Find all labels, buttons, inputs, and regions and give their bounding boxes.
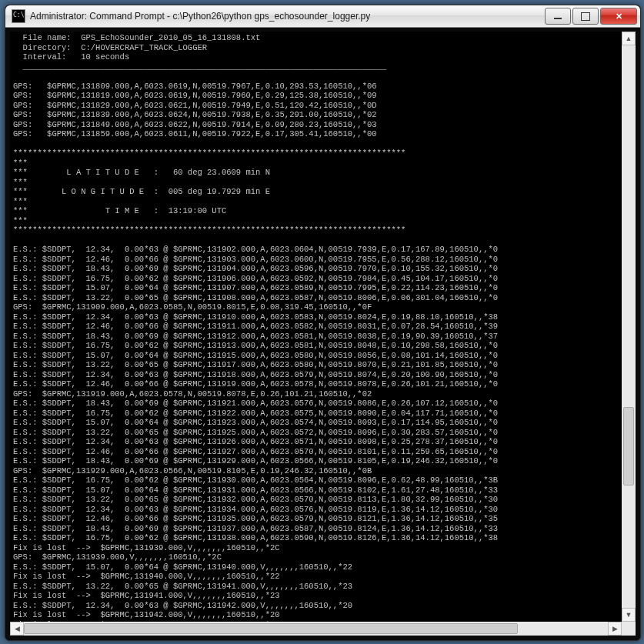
title-bar[interactable]: Administrator: Command Prompt - c:\Pytho… [5,5,640,28]
minimize-button[interactable] [545,8,571,25]
vertical-scroll-track[interactable] [622,45,636,608]
window-title: Administrator: Command Prompt - c:\Pytho… [30,11,543,22]
scrollbar-corner [622,622,636,636]
horizontal-scrollbar[interactable]: ◀ ▶ [10,622,622,636]
maximize-button[interactable] [572,8,599,25]
horizontal-scroll-track[interactable] [24,622,608,636]
app-window: Administrator: Command Prompt - c:\Pytho… [5,5,641,641]
console-output[interactable]: File name: GPS_EchoSounder_2010_05_16_13… [10,32,622,622]
window-buttons: ✕ [543,8,637,25]
scroll-down-button[interactable]: ▼ [622,608,636,622]
horizontal-scroll-thumb[interactable] [24,623,518,634]
scroll-left-button[interactable]: ◀ [10,622,24,636]
scroll-right-button[interactable]: ▶ [608,622,622,636]
client-area: File name: GPS_EchoSounder_2010_05_16_13… [10,32,636,636]
vertical-scrollbar[interactable]: ▲ ▼ [622,32,636,622]
scroll-up-button[interactable]: ▲ [622,32,636,45]
vertical-scroll-thumb[interactable] [623,407,634,486]
cmd-icon [12,9,25,23]
close-button[interactable]: ✕ [600,8,637,25]
